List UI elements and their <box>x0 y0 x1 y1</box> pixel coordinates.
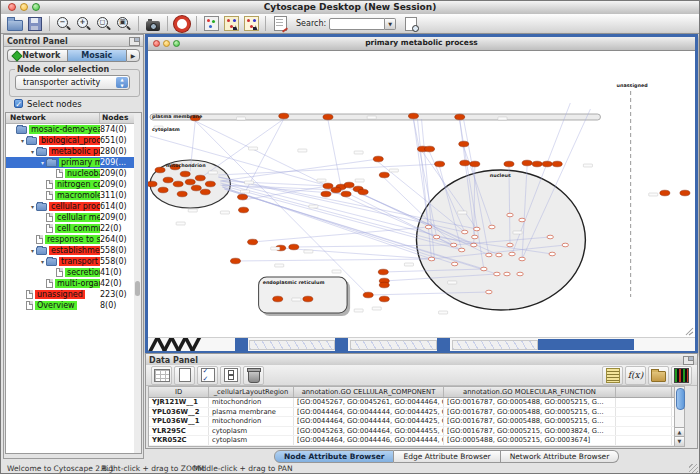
network-node[interactable] <box>552 161 562 167</box>
network-node[interactable] <box>517 272 523 276</box>
network-edge[interactable] <box>253 227 429 242</box>
network-node[interactable] <box>148 181 157 187</box>
network-node[interactable] <box>373 156 383 162</box>
view-zoom-button[interactable] <box>173 40 180 47</box>
zoom-fit-icon[interactable]: ◻ <box>95 15 113 33</box>
network-node[interactable] <box>323 114 333 120</box>
table-cell[interactable] <box>616 417 672 426</box>
zoom-selected-icon[interactable]: ▣ <box>115 15 133 33</box>
network-node[interactable] <box>323 183 333 189</box>
network-view-titlebar[interactable]: primary metabolic process <box>148 37 695 51</box>
search-advanced-icon[interactable] <box>402 15 420 33</box>
table-cell[interactable]: cytoplasm <box>209 427 294 436</box>
network-node[interactable] <box>173 181 183 187</box>
view-close-button[interactable] <box>153 40 160 47</box>
tree-row[interactable]: unassigned223(0) <box>6 289 134 300</box>
network-node[interactable] <box>331 187 341 193</box>
network-node[interactable] <box>205 181 215 187</box>
tree-row[interactable]: mosaic-demo-yeast874(0) <box>6 124 134 135</box>
table-cell[interactable]: plasma membrane <box>209 408 294 417</box>
table-row[interactable]: YPL036W__1mitochondrion[GO:0044464, GO:0… <box>149 417 682 427</box>
network-node[interactable] <box>363 292 373 298</box>
network-node[interactable] <box>474 227 480 231</box>
network-node[interactable] <box>509 252 515 256</box>
network-node[interactable] <box>486 290 492 294</box>
network-node[interactable] <box>470 161 480 167</box>
network-edge[interactable] <box>203 119 283 176</box>
table-cell[interactable]: [GO:0016787, GO:0005488, GO:0005215, G..… <box>444 398 616 407</box>
network-node[interactable] <box>433 235 439 239</box>
network-edge[interactable] <box>328 120 341 187</box>
tree-row[interactable]: secretion41(0) <box>6 267 134 278</box>
help-icon[interactable] <box>173 15 191 33</box>
snapshot-icon[interactable] <box>144 15 162 33</box>
tree-row[interactable]: multi-organism pro42(0) <box>6 278 134 289</box>
network-node[interactable] <box>408 113 418 119</box>
column-header[interactable]: _cellularLayoutRegion <box>209 387 294 397</box>
float-panel-icon[interactable] <box>129 37 140 46</box>
network-edge[interactable] <box>243 119 284 197</box>
tab-network[interactable]: Network <box>7 49 67 62</box>
network-node[interactable] <box>237 194 247 200</box>
tree-row[interactable]: ▾transport558(0) <box>6 256 134 267</box>
network-node[interactable] <box>191 185 201 191</box>
network-node[interactable] <box>547 235 553 239</box>
import-table-icon[interactable] <box>242 15 260 33</box>
table-cell[interactable] <box>616 398 672 407</box>
network-node[interactable] <box>680 190 690 196</box>
float-panel-icon[interactable] <box>683 356 694 365</box>
expand-arrow-icon[interactable]: ▾ <box>29 203 36 210</box>
network-node[interactable] <box>519 218 525 222</box>
tree-scrollbar[interactable] <box>134 112 142 454</box>
network-node[interactable] <box>341 191 351 197</box>
table-cell[interactable]: [GO:0044464, GO:0044444, GO:0044425, G..… <box>294 408 444 417</box>
tree-row[interactable]: Overview8(0) <box>6 300 134 311</box>
table-cell[interactable]: YLR295C <box>149 427 209 436</box>
network-edge[interactable] <box>195 121 368 295</box>
network-node[interactable] <box>450 243 456 247</box>
table-row[interactable]: YKR052Ccytoplasm[GO:0044464, GO:0044446,… <box>149 436 682 446</box>
network-node[interactable] <box>379 296 389 302</box>
tab-network-attribute-browser[interactable]: Network Attribute Browser <box>501 450 620 463</box>
tree-row[interactable]: ▾biological_process651(0) <box>6 135 134 146</box>
search-input[interactable] <box>329 18 385 30</box>
network-edge[interactable] <box>281 248 432 259</box>
network-node[interactable] <box>378 269 388 275</box>
table-cell[interactable]: YDR039C__1 <box>149 446 209 447</box>
unselect-all-attributes-icon[interactable] <box>220 366 241 385</box>
tree-row[interactable]: cell communicat22(0) <box>6 223 134 234</box>
network-node[interactable] <box>158 187 168 193</box>
network-node[interactable] <box>180 171 190 177</box>
expand-arrow-icon[interactable]: ▾ <box>29 247 36 254</box>
network-node[interactable] <box>279 113 289 119</box>
column-header[interactable]: annotation.GO MOLECULAR_FUNCTION <box>444 387 616 397</box>
network-node[interactable] <box>248 239 258 245</box>
table-cell[interactable]: [GO:0016787, GO:0005488, GO:0005215, G..… <box>444 417 616 426</box>
tree-row[interactable]: ▾cellular process614(0) <box>6 201 134 212</box>
network-node[interactable] <box>496 253 502 257</box>
new-attribute-icon[interactable] <box>174 366 195 385</box>
network-node[interactable] <box>195 175 205 181</box>
network-node[interactable] <box>273 296 283 302</box>
table-row[interactable]: YDR039C__1mitochondrion[GO:0044464, GO:0… <box>149 446 682 447</box>
network-node[interactable] <box>230 258 240 264</box>
attribute-list-icon[interactable] <box>602 366 623 385</box>
table-row[interactable]: YPL036W__2plasma membrane[GO:0044464, GO… <box>149 408 682 418</box>
minimize-button[interactable] <box>20 3 28 11</box>
table-cell[interactable]: mitochondrion <box>209 417 294 426</box>
view-resize-grip[interactable] <box>686 328 693 335</box>
network-node[interactable] <box>504 272 510 276</box>
window-resize-grip[interactable] <box>689 464 698 473</box>
network-node[interactable] <box>549 252 555 256</box>
select-all-attributes-icon[interactable] <box>197 366 218 385</box>
network-node[interactable] <box>155 167 165 173</box>
annotation-icon[interactable] <box>271 15 289 33</box>
network-node[interactable] <box>289 244 299 250</box>
table-cell[interactable]: cytoplasm <box>209 436 294 445</box>
tab-edge-attribute-browser[interactable]: Edge Attribute Browser <box>394 450 500 463</box>
network-canvas[interactable]: plasma membrane cytoplasm mitochondrion … <box>148 51 695 337</box>
network-node[interactable] <box>435 161 445 167</box>
tree-row[interactable]: ▾metabolic process280(0) <box>6 146 134 157</box>
network-node[interactable] <box>303 296 313 302</box>
network-node[interactable] <box>481 267 487 271</box>
